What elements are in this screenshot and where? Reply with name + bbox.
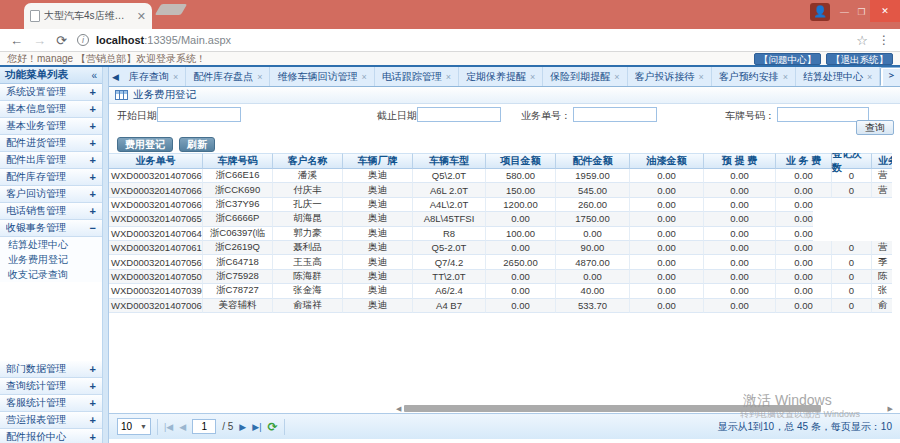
new-tab-button[interactable] — [155, 4, 187, 15]
content-tab-结算处理中心[interactable]: 结算处理中心× — [796, 67, 880, 86]
expand-plus-icon[interactable]: + — [90, 206, 96, 217]
column-header-11[interactable]: 业务 — [872, 153, 892, 169]
sidebar-group-电话销售管理[interactable]: 电话销售管理+ — [0, 203, 102, 220]
scroll-right-arrow-icon[interactable]: ▶ — [888, 405, 893, 413]
column-header-4[interactable]: 车辆车型 — [413, 153, 486, 169]
sidebar-collapse-icon[interactable]: « — [91, 70, 97, 81]
tab-close-icon[interactable]: × — [173, 72, 178, 82]
tabs-scroll-left-icon[interactable]: ◀ — [109, 72, 122, 86]
column-header-2[interactable]: 客户名称 — [273, 153, 343, 169]
table-row[interactable]: WXD0003201407066浙C37Y96孔庆一奥迪A4L\2.0T1200… — [109, 198, 892, 212]
expand-plus-icon[interactable]: + — [90, 432, 96, 443]
close-button[interactable]: ✕ — [870, 0, 900, 22]
expand-plus-icon[interactable]: + — [90, 138, 96, 149]
expand-plus-icon[interactable]: + — [90, 381, 96, 392]
table-row[interactable]: WXD0003201407066浙C66E16潘溪奥迪Q5\2.0T580.00… — [109, 169, 892, 183]
refresh-button[interactable]: 刷新 — [179, 137, 215, 152]
sidebar-group-收银事务管理[interactable]: 收银事务管理− — [0, 220, 102, 237]
scroll-left-arrow-icon[interactable]: ◀ — [396, 405, 401, 413]
column-header-0[interactable]: 业务单号 — [109, 153, 203, 169]
fee-register-button[interactable]: 费用登记 — [117, 137, 173, 152]
tab-close-icon[interactable]: × — [867, 72, 872, 82]
horizontal-scrollbar[interactable]: ◀ ▶ — [109, 404, 893, 413]
reload-icon[interactable]: ⟳ — [56, 34, 67, 47]
end-date-input[interactable] — [417, 107, 501, 122]
first-page-button[interactable]: |◀ — [164, 422, 173, 432]
table-row[interactable]: WXD0003201407039浙C78727张金海奥迪A6/2.40.0040… — [109, 284, 892, 298]
content-tab-客户预约安排[interactable]: 客户预约安排× — [712, 67, 796, 86]
content-tab-电话跟踪管理[interactable]: 电话跟踪管理× — [375, 67, 459, 86]
tab-close-icon[interactable]: × — [783, 72, 788, 82]
tab-close-icon[interactable]: × — [361, 72, 366, 82]
expand-plus-icon[interactable]: + — [90, 172, 96, 183]
forward-icon[interactable]: → — [33, 34, 46, 47]
tab-close-icon[interactable]: × — [699, 72, 704, 82]
table-row[interactable]: WXD0003201407061浙C2619Q聂利品奥迪Q5-2.0T0.009… — [109, 241, 892, 255]
tab-close-icon[interactable]: × — [257, 72, 262, 82]
sidebar-group-配件出库管理[interactable]: 配件出库管理+ — [0, 152, 102, 169]
tab-close-icon[interactable]: × — [446, 72, 451, 82]
back-icon[interactable]: ← — [10, 34, 23, 47]
tab-close-icon[interactable]: × — [614, 72, 619, 82]
collapse-minus-icon[interactable]: − — [90, 223, 96, 234]
prev-page-button[interactable]: ◀ — [179, 422, 186, 432]
info-icon[interactable]: i — [77, 34, 89, 46]
sidebar-subitem-业务费用登记[interactable]: 业务费用登记 — [0, 252, 102, 267]
column-header-10[interactable]: 登记次数 — [832, 153, 872, 169]
expand-plus-icon[interactable]: + — [90, 87, 96, 98]
column-header-5[interactable]: 项目金额 — [486, 153, 556, 169]
sidebar-subitem-结算处理中心[interactable]: 结算处理中心 — [0, 237, 102, 252]
content-tab-定期保养提醒[interactable]: 定期保养提醒× — [459, 67, 543, 86]
table-row[interactable]: WXD0003201407064浙C06397(临郭力豪奥迪R8100.000.… — [109, 227, 892, 241]
column-header-3[interactable]: 车辆厂牌 — [343, 153, 413, 169]
expand-plus-icon[interactable]: + — [90, 415, 96, 426]
sidebar-group-系统设置管理[interactable]: 系统设置管理+ — [0, 84, 102, 101]
sidebar-group-客服统计管理[interactable]: 客服统计管理+ — [0, 395, 102, 412]
table-row[interactable]: WXD0003201407006美容辅料俞瑞祥奥迪A4 B70.00533.70… — [109, 299, 892, 313]
column-header-7[interactable]: 油漆金额 — [630, 153, 704, 169]
expand-plus-icon[interactable]: + — [90, 121, 96, 132]
content-tab-客户投诉接待[interactable]: 客户投诉接待× — [628, 67, 712, 86]
sidebar-header[interactable]: 功能菜单列表 « — [0, 67, 102, 84]
column-header-6[interactable]: 配件金额 — [556, 153, 630, 169]
content-tab-保险到期提醒[interactable]: 保险到期提醒× — [543, 67, 627, 86]
plate-input[interactable] — [777, 107, 869, 122]
sidebar-group-查询统计管理[interactable]: 查询统计管理+ — [0, 378, 102, 395]
sidebar-group-客户回访管理[interactable]: 客户回访管理+ — [0, 186, 102, 203]
tabs-scroll-right-icon[interactable]: ＞ — [883, 69, 900, 86]
column-header-1[interactable]: 车牌号码 — [203, 153, 273, 169]
expand-plus-icon[interactable]: + — [90, 155, 96, 166]
table-row[interactable]: WXD0003201407050浙C75928陈海群奥迪TT\2.0T0.000… — [109, 270, 892, 284]
last-page-button[interactable]: ▶| — [252, 422, 261, 432]
sidebar-group-配件库存管理[interactable]: 配件库存管理+ — [0, 169, 102, 186]
url-field[interactable]: i localhost:13395/Main.aspx — [77, 34, 846, 46]
tab-close-icon[interactable]: × — [530, 72, 535, 82]
refresh-grid-icon[interactable]: ⟳ — [268, 420, 278, 434]
column-header-8[interactable]: 预 提 费 — [704, 153, 776, 169]
start-date-input[interactable] — [157, 107, 241, 122]
sidebar-group-基本业务管理[interactable]: 基本业务管理+ — [0, 118, 102, 135]
scrollbar-thumb[interactable] — [404, 405, 821, 412]
page-size-select[interactable]: 10 ▼ — [117, 418, 151, 435]
search-button[interactable]: 查询 — [856, 120, 894, 135]
order-no-input[interactable] — [573, 107, 657, 122]
table-row[interactable]: WXD0003201407065浙C6666P胡海昆奥迪A8L\45TFSI0.… — [109, 212, 892, 226]
sidebar-subitem-收支记录查询[interactable]: 收支记录查询 — [0, 267, 102, 282]
content-tab-维修车辆回访管理[interactable]: 维修车辆回访管理× — [270, 67, 374, 86]
table-row[interactable]: WXD0003201407066浙CCK690付庆丰奥迪A6L 2.0T150.… — [109, 183, 892, 197]
tab-close-icon[interactable]: ✕ — [137, 10, 146, 23]
browser-menu-icon[interactable]: ⋮ — [878, 33, 890, 47]
question-center-button[interactable]: 【问题中心】 — [754, 53, 821, 65]
expand-plus-icon[interactable]: + — [90, 364, 96, 375]
column-header-9[interactable]: 业 务 费 — [776, 153, 832, 169]
maximize-button[interactable]: ❐ — [853, 3, 870, 21]
logout-button[interactable]: 【退出系统】 — [826, 53, 893, 65]
bookmark-star-icon[interactable]: ☆ — [856, 33, 868, 48]
content-tab-库存查询[interactable]: 库存查询× — [122, 67, 186, 86]
browser-tab[interactable]: 大型汽车4s店维修管理系 ✕ — [24, 3, 152, 29]
page-number-input[interactable] — [192, 419, 216, 434]
profile-icon[interactable]: 👤 — [810, 3, 830, 21]
table-row[interactable]: WXD0003201407056浙C64718王玉高奥迪Q7/4.22650.0… — [109, 255, 892, 269]
sidebar-group-配件报价中心[interactable]: 配件报价中心+ — [0, 429, 102, 443]
sidebar-group-营运报表管理[interactable]: 营运报表管理+ — [0, 412, 102, 429]
